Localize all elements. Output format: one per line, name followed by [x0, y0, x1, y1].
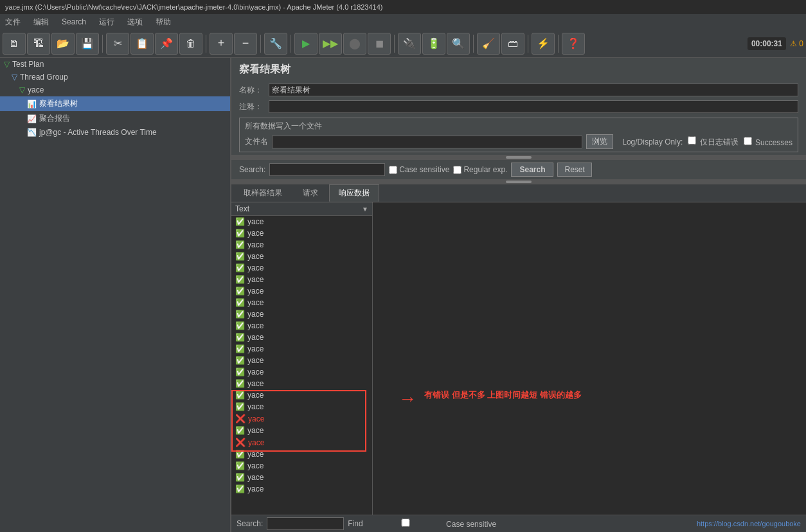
tb-templates-button[interactable]: 🏗 [27, 33, 50, 55]
comment-input[interactable] [269, 100, 798, 113]
toolbar-separator-6 [473, 35, 474, 53]
tb-add-button[interactable]: + [210, 33, 233, 55]
list-item-22[interactable]: ✅yace [231, 472, 372, 483]
activethreads-label: jp@gc - Active Threads Over Time [39, 128, 157, 137]
list-item-icon-20: ✅ [235, 450, 245, 459]
tb-new-button[interactable]: 🗎 [3, 33, 26, 55]
case-sensitive-checkbox[interactable] [389, 166, 397, 174]
list-item-9[interactable]: ✅yace [231, 320, 372, 332]
list-item-11[interactable]: ✅yace [231, 343, 372, 355]
tree-item-activethreads[interactable]: 📉 jp@gc - Active Threads Over Time [0, 126, 230, 139]
file-section: 所有数据写入一个文件 文件名 浏览 Log/Display Only: 仅日志错… [239, 118, 798, 152]
tb-clear-all-button[interactable]: 🗃 [501, 33, 524, 55]
menu-edit[interactable]: 编辑 [31, 15, 51, 29]
titlebar: yace.jmx (C:\Users\Public\Nwt\cache\recv… [0, 0, 806, 14]
log-error-checkbox[interactable] [688, 136, 696, 145]
tb-save-button[interactable]: 💾 [76, 33, 99, 55]
list-item-14[interactable]: ✅yace [231, 378, 372, 389]
list-item-icon-19: ❌ [235, 438, 246, 447]
search-button[interactable]: Search [511, 163, 553, 177]
tb-remote-exit-button[interactable]: 🔍 [447, 33, 470, 55]
tb-function-button[interactable]: ⚡ [532, 33, 555, 55]
list-item-icon-7: ✅ [235, 298, 245, 307]
right-content-pane: → 有错误 但是不多 上图时间越短 错误的越多 [373, 202, 806, 515]
name-input[interactable] [269, 84, 798, 96]
list-item-6[interactable]: ✅yace [231, 285, 372, 297]
tb-remote-stop-button[interactable]: 🔋 [422, 33, 445, 55]
tb-cut-button[interactable]: ✂ [106, 33, 129, 55]
menu-options[interactable]: 选项 [125, 15, 145, 29]
list-item-8[interactable]: ✅yace [231, 308, 372, 320]
tb-start-no-pause-button[interactable]: ▶▶ [319, 33, 342, 55]
list-item-icon-17: ❌ [235, 414, 246, 423]
reset-button[interactable]: Reset [557, 163, 591, 177]
bottom-search-input[interactable] [267, 517, 344, 530]
regular-exp-checkbox[interactable] [453, 166, 461, 174]
list-item-4[interactable]: ✅yace [231, 262, 372, 274]
tb-paste-button[interactable]: 📌 [155, 33, 178, 55]
file-browse-button[interactable]: 浏览 [586, 134, 613, 149]
resulttree-label: 察看结果树 [39, 98, 78, 109]
list-item-icon-21: ✅ [235, 461, 245, 470]
menu-search[interactable]: Search [59, 16, 89, 28]
tb-open-button[interactable]: 📂 [51, 33, 75, 55]
log-error-label: 仅日志错误 [688, 136, 738, 148]
list-item-icon-9: ✅ [235, 321, 245, 330]
list-item-12[interactable]: ✅yace [231, 355, 372, 366]
tree-item-resulttree[interactable]: 📊 察看结果树 [0, 96, 230, 111]
tb-stop-button[interactable]: ⬤ [343, 33, 366, 55]
list-item-19[interactable]: ❌yace [231, 436, 372, 448]
tree-item-aggregate[interactable]: 📈 聚合报告 [0, 111, 230, 126]
search-input[interactable] [269, 163, 385, 176]
file-input[interactable] [272, 136, 582, 148]
list-item-icon-4: ✅ [235, 263, 245, 272]
list-item-2[interactable]: ✅yace [231, 239, 372, 251]
toolbar-separator-7 [528, 35, 528, 53]
list-item-21[interactable]: ✅yace [231, 460, 372, 472]
list-item-23[interactable]: ✅yace [231, 483, 372, 495]
tb-clear-button[interactable]: 🧹 [477, 33, 500, 55]
tab-sampler-results[interactable]: 取样器结果 [234, 184, 292, 202]
list-item-7[interactable]: ✅yace [231, 297, 372, 308]
list-item-3[interactable]: ✅yace [231, 251, 372, 262]
toolbar-separator-5 [394, 35, 395, 53]
tab-request[interactable]: 请求 [293, 184, 328, 202]
list-item-20[interactable]: ✅yace [231, 448, 372, 460]
tb-delete-button[interactable]: 🗑 [179, 33, 202, 55]
tree-item-testplan[interactable]: ▽ Test Plan [0, 58, 230, 71]
activethreads-icon: 📉 [27, 128, 37, 137]
tb-copy-button[interactable]: 📋 [130, 33, 154, 55]
tb-shutdown-button[interactable]: ◼ [368, 33, 391, 55]
tb-remote-start-button[interactable]: 🔌 [398, 33, 421, 55]
left-panel: ▽ Test Plan ▽ Thread Group ▽ yace 📊 察看结果… [0, 58, 231, 532]
bottom-case-checkbox[interactable] [367, 519, 444, 527]
list-item-16[interactable]: ✅yace [231, 401, 372, 412]
list-item-0[interactable]: ✅yace [231, 216, 372, 227]
tb-action-button[interactable]: 🔧 [264, 33, 287, 55]
tab-response-data[interactable]: 响应数据 [329, 184, 379, 202]
tree-list-header: Text ▼ [231, 202, 372, 216]
list-item-1[interactable]: ✅yace [231, 227, 372, 239]
list-item-10[interactable]: ✅yace [231, 332, 372, 343]
menu-file[interactable]: 文件 [3, 15, 23, 29]
tree-item-yace[interactable]: ▽ yace [0, 84, 230, 96]
list-item-text-4: yace [247, 263, 264, 272]
tb-remove-button[interactable]: − [234, 33, 257, 55]
list-item-5[interactable]: ✅yace [231, 274, 372, 285]
list-item-icon-6: ✅ [235, 287, 245, 296]
tree-item-threadgroup[interactable]: ▽ Thread Group [0, 71, 230, 84]
list-item-text-21: yace [247, 461, 264, 470]
file-label: 文件名 [245, 136, 268, 147]
list-item-18[interactable]: ✅yace [231, 425, 372, 436]
menu-help[interactable]: 帮助 [153, 15, 174, 29]
tb-start-button[interactable]: ▶ [294, 33, 318, 55]
list-item-13[interactable]: ✅yace [231, 366, 372, 378]
list-item-text-12: yace [247, 356, 264, 365]
list-item-15[interactable]: ✅yace [231, 389, 372, 401]
log-success-checkbox[interactable] [744, 137, 752, 145]
scroll-handle-bottom [506, 181, 532, 183]
tb-help-button[interactable]: ❓ [562, 33, 585, 55]
list-item-17[interactable]: ❌yace [231, 412, 372, 425]
bottom-find-label: Find [348, 519, 363, 528]
menu-run[interactable]: 运行 [96, 15, 117, 29]
